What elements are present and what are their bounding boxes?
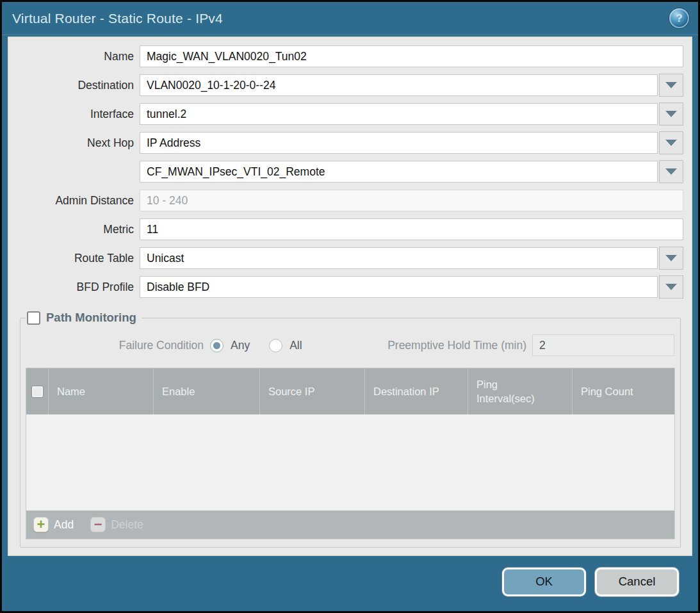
chevron-down-icon [665,140,677,146]
path-monitoring-title: Path Monitoring [46,311,136,325]
interface-input[interactable] [140,103,658,125]
column-header-name[interactable]: Name [49,368,154,414]
destination-label: Destination [17,74,140,96]
next-hop-address-dropdown-button[interactable] [659,160,683,183]
cancel-button[interactable]: Cancel [595,568,679,596]
column-header-ping-count[interactable]: Ping Count [573,368,674,414]
route-table-input[interactable] [140,247,658,269]
next-hop-address-label [17,161,140,183]
minus-icon: − [90,517,106,532]
destination-dropdown-button[interactable] [659,74,683,97]
next-hop-dropdown-button[interactable] [659,131,683,154]
column-header-source-ip[interactable]: Source IP [260,368,365,414]
next-hop-address-row [17,161,683,183]
select-all-checkbox[interactable] [31,386,44,398]
name-label: Name [17,45,140,67]
column-header-enable[interactable]: Enable [154,368,260,414]
bfd-profile-input[interactable] [140,276,658,298]
radio-all-label: All [289,339,302,352]
route-table-label: Route Table [17,247,140,269]
failure-condition-all: All [269,339,302,352]
table-body-empty [26,414,674,511]
column-header-ping-interval[interactable]: Ping Interval(sec) [468,368,573,414]
select-all-header-cell [26,368,49,414]
path-monitoring-legend: Path Monitoring [26,311,142,325]
interface-dropdown-button[interactable] [659,102,683,126]
dialog-footer: OK Cancel [2,556,698,611]
add-button[interactable]: + Add [33,517,74,532]
delete-button[interactable]: − Delete [90,517,143,532]
delete-button-label: Delete [111,518,143,532]
interface-row: Interface [17,103,683,125]
column-header-enable-label: Enable [162,386,195,398]
ok-button[interactable]: OK [502,568,586,596]
name-row: Name [17,45,683,67]
column-header-ping-interval-label: Ping Interval(sec) [476,377,548,406]
metric-label: Metric [17,218,140,240]
column-header-destination-ip-label: Destination IP [373,386,439,398]
add-button-label: Add [54,518,74,532]
table-toolbar: + Add − Delete [26,511,674,539]
next-hop-row: Next Hop [17,132,683,154]
admin-distance-input[interactable] [140,190,683,211]
bfd-profile-row: BFD Profile [17,276,683,298]
chevron-down-icon [665,82,677,88]
destination-input[interactable] [140,74,658,96]
next-hop-address-input[interactable] [140,161,658,183]
failure-condition-row: Failure Condition Any All Preemptive Hol… [26,334,675,357]
dialog-titlebar: Virtual Router - Static Route - IPv4 ? [2,2,698,35]
column-header-ping-count-label: Ping Count [581,386,633,398]
preemptive-hold-time-input[interactable] [532,334,674,356]
chevron-down-icon [665,255,677,261]
chevron-down-icon [665,111,677,117]
path-monitoring-section: Path Monitoring Failure Condition Any Al… [20,311,681,548]
chevron-down-icon [665,284,677,290]
column-header-destination-ip[interactable]: Destination IP [365,368,468,414]
route-table-row: Route Table [17,247,683,269]
admin-distance-row: Admin Distance [17,190,683,211]
plus-icon: + [33,517,49,532]
dialog-title: Virtual Router - Static Route - IPv4 [12,11,223,26]
name-input[interactable] [140,45,683,67]
bfd-profile-label: BFD Profile [17,276,140,298]
radio-any-label: Any [231,339,250,352]
dialog-content: Name Destination Interface Next Hop Admi… [8,37,692,556]
radio-any[interactable] [210,339,224,352]
preemptive-hold-time-label: Preemptive Hold Time (min) [387,339,532,352]
failure-condition-label: Failure Condition [26,339,210,352]
bfd-profile-dropdown-button[interactable] [659,275,683,298]
path-monitoring-table: Name Enable Source IP Destination IP Pin… [26,368,675,539]
help-icon[interactable]: ? [669,8,689,28]
metric-row: Metric [17,218,683,240]
failure-condition-any: Any [210,339,250,352]
destination-row: Destination [17,74,683,96]
table-header-row: Name Enable Source IP Destination IP Pin… [26,368,674,414]
chevron-down-icon [665,168,677,175]
path-monitoring-checkbox[interactable] [27,311,40,325]
next-hop-label: Next Hop [17,132,140,154]
radio-all[interactable] [269,339,282,352]
static-route-dialog: Virtual Router - Static Route - IPv4 ? N… [0,0,700,613]
interface-label: Interface [17,103,140,125]
metric-input[interactable] [140,218,683,240]
admin-distance-label: Admin Distance [17,190,140,211]
route-table-dropdown-button[interactable] [659,247,683,270]
column-header-source-ip-label: Source IP [268,386,314,398]
column-header-name-label: Name [57,386,85,398]
next-hop-type-input[interactable] [140,132,658,154]
